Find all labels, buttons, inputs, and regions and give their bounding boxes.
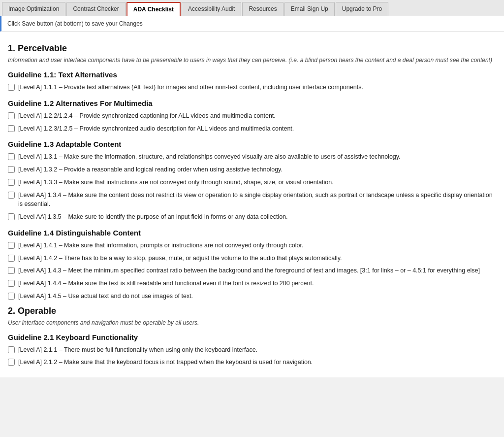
checklist-item: [Level A] 1.3.2 – Provide a reasonable a… [8, 165, 496, 174]
checklist-label: [Level AA] 1.3.4 – Make sure the content… [18, 191, 496, 209]
guideline-operable-0: Guideline 2.1 Keyboard Functionality[Lev… [8, 333, 496, 368]
checklist-checkbox[interactable] [8, 293, 15, 300]
guideline-perceivable-1: Guideline 1.2 Alternatives For Multimedi… [8, 99, 496, 134]
checklist-checkbox[interactable] [8, 179, 15, 186]
checklist-checkbox[interactable] [8, 125, 15, 132]
checklist-item: [Level A] 1.3.1 – Make sure the informat… [8, 152, 496, 162]
checklist-item: [Level A] 2.1.2 – Make sure that the key… [8, 358, 496, 367]
checklist-label: [Level A] 1.4.1 – Make sure that informa… [18, 241, 303, 250]
checklist-checkbox[interactable] [8, 153, 15, 160]
checklist-item: [Level AA] 1.3.5 – Make sure to identify… [8, 212, 496, 222]
checklist-checkbox[interactable] [8, 255, 15, 262]
guideline-title: Guideline 1.1: Text Alternatives [8, 70, 496, 79]
checklist-label: [Level AA] 1.4.4 – Make sure the text is… [18, 279, 314, 288]
checklist-label: [Level A] 1.3.1 – Make sure the informat… [18, 152, 401, 162]
section-desc-operable: User interface components and navigation… [8, 319, 496, 326]
checklist-item: [Level A] 1.4.2 – There has to be a way … [8, 254, 496, 263]
checklist-item: [Level A] 1.3.3 – Make sure that instruc… [8, 178, 496, 187]
checklist-label: [Level A] 1.4.2 – There has to be a way … [18, 254, 342, 263]
checklist-checkbox[interactable] [8, 346, 15, 353]
tab-bar: Image OptimizationContrast CheckerADA Ch… [0, 0, 504, 16]
guideline-perceivable-0: Guideline 1.1: Text Alternatives[Level A… [8, 70, 496, 92]
checklist-item: [Level AA] 1.4.4 – Make sure the text is… [8, 279, 496, 288]
tab-resources[interactable]: Resources [242, 2, 283, 16]
checklist-item: [Level A] 2.1.1 – There must be full fun… [8, 345, 496, 355]
checklist-label: [Level A] 2.1.1 – There must be full fun… [18, 345, 257, 355]
checklist-label: [Level A] 1.3.2 – Provide a reasonable a… [18, 165, 283, 174]
checklist-label: [Level A] 2.1.2 – Make sure that the key… [18, 358, 313, 367]
guideline-perceivable-2: Guideline 1.3 Adaptable Content[Level A]… [8, 140, 496, 222]
tab-contrast-checker[interactable]: Contrast Checker [66, 2, 125, 16]
section-desc-perceivable: Information and user interface component… [8, 57, 496, 64]
guideline-title: Guideline 1.2 Alternatives For Multimedi… [8, 99, 496, 107]
checklist-label: [Level A] 1.2.3/1.2.5 – Provide synchron… [18, 124, 294, 134]
checklist-label: [Level AA] 1.4.3 – Meet the minimum spec… [18, 266, 480, 275]
checklist-checkbox[interactable] [8, 166, 15, 173]
tab-image-optimization[interactable]: Image Optimization [2, 2, 65, 16]
checklist-checkbox[interactable] [8, 84, 15, 91]
notice-text: Click Save button (at bottom) to save yo… [7, 20, 143, 27]
section-operable: 2. OperableUser interface components and… [8, 306, 496, 368]
checklist-checkbox[interactable] [8, 192, 15, 199]
checklist-label: [Level AA] 1.3.5 – Make sure to identify… [18, 212, 288, 222]
checklist-item: [Level A] 1.4.1 – Make sure that informa… [8, 241, 496, 250]
checklist-item: [Level AA] 1.3.4 – Make sure the content… [8, 191, 496, 209]
notice-bar: Click Save button (at bottom) to save yo… [0, 16, 504, 32]
checklist-item: [Level AA] 1.4.5 – Use actual text and d… [8, 292, 496, 301]
checklist-checkbox[interactable] [8, 267, 15, 274]
tab-accessibility-audit[interactable]: Accessibility Audit [182, 2, 241, 16]
checklist-checkbox[interactable] [8, 112, 15, 119]
section-perceivable: 1. PerceivableInformation and user inter… [8, 43, 496, 301]
checklist-item: [Level A] 1.1.1 – Provide text alternati… [8, 83, 496, 92]
checklist-checkbox[interactable] [8, 359, 15, 366]
main-content: 1. PerceivableInformation and user inter… [0, 32, 504, 377]
checklist-item: [Level A] 1.2.3/1.2.5 – Provide synchron… [8, 124, 496, 134]
guideline-perceivable-3: Guideline 1.4 Distinguishable Content[Le… [8, 229, 496, 301]
checklist-label: [Level A] 1.1.1 – Provide text alternati… [18, 83, 363, 92]
checklist-label: [Level AA] 1.4.5 – Use actual text and d… [18, 292, 193, 301]
guideline-title: Guideline 1.3 Adaptable Content [8, 140, 496, 148]
checklist-item: [Level A] 1.2.2/1.2.4 – Provide synchron… [8, 111, 496, 121]
section-title-operable: 2. Operable [8, 306, 496, 316]
checklist-checkbox[interactable] [8, 280, 15, 287]
checklist-item: [Level AA] 1.4.3 – Meet the minimum spec… [8, 266, 496, 275]
checklist-checkbox[interactable] [8, 213, 15, 220]
tab-ada-checklist[interactable]: ADA Checklist [126, 2, 181, 16]
section-title-perceivable: 1. Perceivable [8, 43, 496, 54]
checklist-checkbox[interactable] [8, 242, 15, 249]
tab-email-sign-up[interactable]: Email Sign Up [284, 2, 335, 16]
tab-upgrade-to-pro[interactable]: Upgrade to Pro [336, 2, 388, 16]
guideline-title: Guideline 1.4 Distinguishable Content [8, 229, 496, 237]
guideline-title: Guideline 2.1 Keyboard Functionality [8, 333, 496, 341]
checklist-label: [Level A] 1.2.2/1.2.4 – Provide synchron… [18, 111, 276, 121]
checklist-label: [Level A] 1.3.3 – Make sure that instruc… [18, 178, 334, 187]
